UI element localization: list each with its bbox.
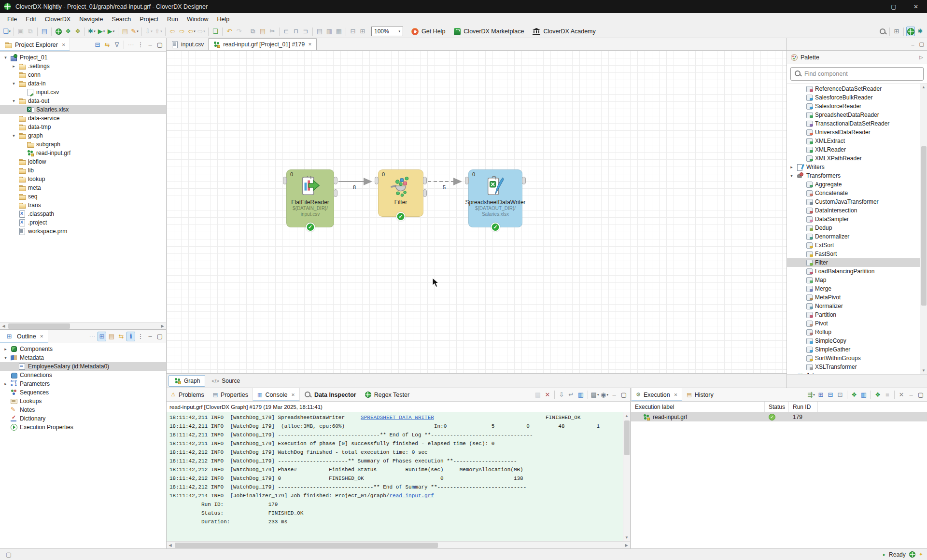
close-icon[interactable]: ✕: [291, 392, 295, 397]
tree-item-input-csv[interactable]: input.csv: [0, 88, 166, 97]
tree-item-salaries-xlsx[interactable]: Salaries.xlsx: [0, 105, 166, 114]
tree-item-workspace-prm[interactable]: workspace.prm: [0, 227, 166, 236]
distribute-vertical-icon[interactable]: ▥: [325, 27, 334, 36]
palette-item-dedup[interactable]: Dedup: [787, 224, 920, 232]
new-subgraph-icon[interactable]: ❖: [64, 27, 72, 36]
palette-item-xmlextract[interactable]: XMLExtract: [787, 137, 920, 145]
back-history-icon[interactable]: ⇦▾: [187, 27, 196, 36]
fit-height-icon[interactable]: ⊟: [349, 27, 357, 36]
run-configurations-icon[interactable]: ▶▾: [107, 27, 115, 36]
palette-item-normalizer[interactable]: Normalizer: [787, 302, 920, 310]
tab-properties[interactable]: ▤Properties: [209, 388, 253, 401]
tab-regex-tester[interactable]: Regex Tester: [361, 388, 414, 401]
tree-item-dictionary[interactable]: Dictionary: [0, 414, 166, 423]
palette-item-transactionaldatasetreader[interactable]: TransactionalDataSetReader: [787, 119, 920, 128]
palette-item-xmlxpathreader[interactable]: XMLXPathReader: [787, 154, 920, 163]
align-right-icon[interactable]: ⊐: [301, 27, 310, 36]
palette-item-dataintersection[interactable]: DataIntersection: [787, 206, 920, 215]
debug-perspective-icon[interactable]: ✱: [916, 27, 925, 36]
collapse-palette-icon[interactable]: ▷: [919, 55, 923, 60]
clear-console-icon[interactable]: ✕: [543, 390, 552, 400]
tree-item-parameters[interactable]: ▸Parameters: [0, 379, 166, 388]
collapse-all-icon[interactable]: ⊟: [93, 40, 102, 50]
palette-item-aggregate[interactable]: Aggregate: [787, 180, 920, 189]
back-icon[interactable]: ⇦: [168, 27, 177, 36]
palette-item-sortwithingroups[interactable]: SortWithinGroups: [787, 354, 920, 363]
run-again-icon[interactable]: ❖: [873, 390, 882, 400]
scroll-down-icon[interactable]: ▼: [920, 367, 927, 374]
output-port[interactable]: [522, 177, 526, 184]
node-spreadsheetdatawriter[interactable]: 0 SpreadsheetDataWriter ${D: [468, 169, 522, 227]
search-icon[interactable]: [878, 27, 887, 36]
paste-icon[interactable]: ▤: [258, 27, 267, 36]
maximize-icon[interactable]: ▢: [155, 40, 164, 50]
tree-item-lookup[interactable]: lookup: [0, 175, 166, 183]
copy-icon[interactable]: ⧉: [249, 27, 257, 36]
expand-chevron-icon[interactable]: ▸: [3, 381, 8, 386]
palette-item-referencedatasetreader[interactable]: ReferenceDataSetReader: [787, 84, 920, 93]
show-console-output-icon[interactable]: ▥: [576, 390, 585, 400]
tree-item-employeesalary-id-metadata0[interactable]: EmployeeSalary (id:Metadata0): [0, 362, 166, 371]
tree-item-trans[interactable]: trans: [0, 201, 166, 210]
tree-item-conn[interactable]: conn: [0, 70, 166, 79]
palette-item-writers[interactable]: ▸Writers: [787, 163, 920, 171]
tree-item-data-out[interactable]: ▾data-out: [0, 97, 166, 105]
menu-search[interactable]: Search: [108, 14, 136, 24]
hscroll-thumb[interactable]: [8, 323, 70, 329]
maximize-icon[interactable]: ▢: [155, 332, 164, 341]
palette-vscrollbar[interactable]: ▲ ▼: [920, 84, 927, 374]
new-editor-icon[interactable]: ❏: [211, 27, 220, 36]
project-explorer-hscrollbar[interactable]: ◀ ▶: [0, 322, 166, 329]
marketplace-link[interactable]: CloverDX Marketplace: [454, 28, 524, 35]
tab-read-input-grf-project-01-179[interactable]: read-input.grf [Project_01] #179✕: [208, 38, 316, 50]
scroll-up-icon[interactable]: ▲: [623, 412, 630, 420]
tree-item-data-in[interactable]: ▾data-in: [0, 79, 166, 88]
get-help-link[interactable]: Get Help: [411, 28, 445, 35]
align-center-icon[interactable]: ⊓: [292, 27, 300, 36]
expand-chevron-icon[interactable]: ▸: [3, 347, 8, 351]
scroll-up-icon[interactable]: ▲: [920, 84, 927, 91]
tab-problems[interactable]: ⚠Problems: [167, 388, 209, 401]
clipboard-icon[interactable]: ▤: [121, 27, 129, 36]
minimize-icon[interactable]: –: [146, 40, 154, 50]
open-graph-icon[interactable]: ❖: [850, 390, 858, 400]
graph-canvas[interactable]: 8 5 0: [167, 51, 787, 373]
fit-width-icon[interactable]: ⊞: [358, 27, 367, 36]
forward-icon[interactable]: ⇨: [178, 27, 186, 36]
palette-item-merge[interactable]: Merge: [787, 284, 920, 293]
tree-item-notes[interactable]: Notes: [0, 406, 166, 414]
menu-file[interactable]: File: [3, 14, 21, 24]
tab-input-csv[interactable]: input.csv: [167, 38, 208, 50]
console-hscrollbar[interactable]: ◀ ▶: [167, 541, 630, 548]
lock-icon[interactable]: ⊡: [836, 390, 844, 400]
palette-item-filter[interactable]: Filter: [787, 258, 920, 267]
minimize-icon[interactable]: –: [907, 390, 915, 400]
tree-item-project[interactable]: .project: [0, 218, 166, 227]
minimize-window-button[interactable]: —: [860, 0, 883, 13]
console-vscrollbar[interactable]: ▲ ▼: [623, 412, 630, 541]
tree-mode-icon[interactable]: ⊞: [98, 332, 106, 341]
palette-item-universaldatareader[interactable]: UniversalDataReader: [787, 128, 920, 137]
tab-execution[interactable]: ⚙Execution✕: [631, 388, 682, 401]
log-link[interactable]: read-input.grf: [389, 493, 434, 499]
clover-graph-icon[interactable]: [54, 27, 63, 36]
menu-help[interactable]: Help: [212, 14, 234, 24]
close-icon[interactable]: ✕: [308, 42, 312, 47]
tree-item-read-input-grf[interactable]: read-input.grf: [0, 149, 166, 157]
outline-tab[interactable]: ⊞ Outline ✕: [0, 330, 48, 343]
input-port[interactable]: [283, 177, 287, 184]
match-size-icon[interactable]: ▦: [335, 27, 343, 36]
tree-item-project-01[interactable]: ▾Project_01: [0, 53, 166, 62]
info-icon[interactable]: ℹ: [126, 332, 135, 341]
open-log-icon[interactable]: ▥: [859, 390, 868, 400]
zoom-select[interactable]: 100%▾: [371, 27, 403, 36]
clover-perspective-icon[interactable]: [906, 27, 915, 36]
cut-icon[interactable]: ✂: [268, 27, 277, 36]
menu-project[interactable]: Project: [135, 14, 163, 24]
expand-chevron-icon[interactable]: ▾: [3, 55, 8, 60]
run-options-icon[interactable]: ⇶▾: [807, 390, 815, 400]
new-jobflow-icon[interactable]: ❖: [73, 27, 82, 36]
find-component-box[interactable]: [790, 67, 924, 81]
highlighter-icon[interactable]: ✎▾: [130, 27, 139, 36]
display-selected-console-icon[interactable]: ▤▾: [590, 390, 599, 400]
